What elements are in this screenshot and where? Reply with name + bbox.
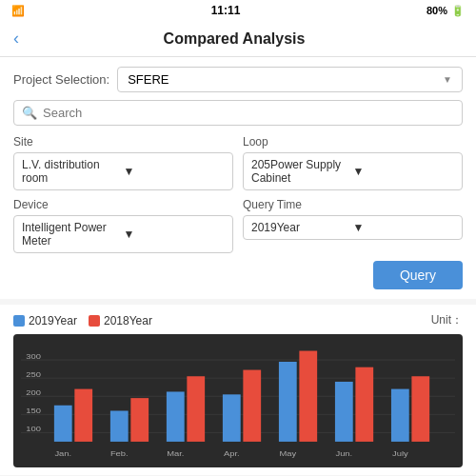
chevron-down-icon: ▼ — [124, 165, 226, 178]
query-button[interactable]: Query — [373, 261, 463, 289]
back-button[interactable]: ‹ — [13, 29, 19, 49]
site-value: L.V. distribution room — [22, 158, 124, 185]
querytime-select[interactable]: 2019Year ▼ — [243, 215, 463, 240]
project-select[interactable]: SFERE ▼ — [117, 67, 463, 92]
svg-text:200: 200 — [26, 390, 41, 397]
chevron-down-icon: ▼ — [353, 221, 455, 234]
svg-rect-23 — [299, 351, 317, 442]
device-label: Device — [13, 198, 233, 211]
querytime-label: Query Time — [243, 198, 463, 211]
project-value: SFERE — [128, 72, 169, 87]
legend-2018-dot — [89, 315, 100, 327]
svg-text:Jun.: Jun. — [335, 450, 352, 457]
device-value: Intelligent Power Meter — [22, 221, 124, 248]
chevron-down-icon: ▼ — [443, 74, 452, 85]
query-btn-row: Query — [13, 261, 463, 289]
device-field: Device Intelligent Power Meter ▼ — [13, 198, 233, 253]
chevron-down-icon: ▼ — [124, 228, 226, 241]
battery-label: 80% — [426, 5, 447, 16]
chart-svg: 300 250 200 150 100 Jan. Feb. Mar. — [21, 342, 455, 460]
site-select[interactable]: L.V. distribution room ▼ — [13, 152, 233, 190]
svg-rect-10 — [54, 406, 72, 442]
svg-rect-13 — [110, 410, 129, 441]
svg-rect-14 — [130, 398, 149, 442]
project-label: Project Selection: — [13, 72, 109, 87]
svg-text:300: 300 — [26, 353, 41, 360]
legend-row: 2019Year 2018Year Unit： — [13, 312, 463, 328]
svg-rect-16 — [167, 391, 185, 441]
legend-2019-dot — [13, 315, 25, 327]
loop-field: Loop 205Power Supply Cabinet ▼ — [243, 135, 463, 190]
site-field: Site L.V. distribution room ▼ — [13, 135, 233, 190]
legend-2019: 2019Year — [13, 314, 77, 327]
svg-text:Jan.: Jan. — [54, 450, 71, 457]
status-time: 11:11 — [211, 4, 241, 17]
device-querytime-row: Device Intelligent Power Meter ▼ Query T… — [13, 198, 463, 253]
battery-icon: 🔋 — [451, 5, 465, 17]
svg-rect-17 — [187, 376, 205, 442]
loop-select[interactable]: 205Power Supply Cabinet ▼ — [243, 152, 463, 190]
bar-chart: 300 250 200 150 100 Jan. Feb. Mar. — [13, 334, 463, 467]
signal-icon: 📶 — [11, 5, 25, 17]
status-bar: 📶 11:11 80% 🔋 — [0, 0, 476, 21]
svg-rect-20 — [243, 370, 261, 442]
svg-text:May: May — [279, 450, 297, 457]
legend-2018-label: 2018Year — [104, 314, 152, 327]
chevron-down-icon: ▼ — [353, 165, 455, 178]
svg-text:Apr.: Apr. — [224, 450, 240, 457]
chart-section: 2019Year 2018Year Unit： 300 250 200 150 — [0, 305, 476, 475]
svg-rect-28 — [391, 389, 409, 442]
svg-rect-11 — [74, 389, 92, 442]
querytime-field: Query Time 2019Year ▼ — [243, 198, 463, 253]
loop-value: 205Power Supply Cabinet — [251, 158, 353, 185]
page-title: Compared Analysis — [29, 30, 440, 48]
site-loop-row: Site L.V. distribution room ▼ Loop 205Po… — [13, 135, 463, 190]
unit-label: Unit： — [431, 312, 463, 328]
svg-text:100: 100 — [26, 426, 41, 433]
site-label: Site — [13, 135, 233, 149]
svg-text:150: 150 — [26, 408, 41, 415]
svg-rect-25 — [335, 382, 353, 442]
main-container: ‹ Compared Analysis Project Selection: S… — [0, 21, 476, 476]
loop-label: Loop — [243, 135, 463, 149]
svg-text:July: July — [392, 450, 409, 457]
querytime-value: 2019Year — [251, 221, 353, 234]
device-select[interactable]: Intelligent Power Meter ▼ — [13, 215, 233, 253]
legend-2019-label: 2019Year — [29, 314, 77, 327]
signal-area: 📶 — [11, 5, 25, 17]
svg-rect-22 — [279, 362, 297, 442]
svg-text:Feb.: Feb. — [110, 450, 129, 457]
search-box: 🔍 — [13, 100, 463, 126]
svg-rect-29 — [411, 376, 429, 442]
battery-area: 80% 🔋 — [426, 5, 465, 17]
svg-text:Mar.: Mar. — [167, 450, 184, 457]
svg-rect-26 — [355, 367, 373, 442]
svg-text:250: 250 — [26, 371, 41, 378]
app-header: ‹ Compared Analysis — [0, 21, 476, 57]
search-input[interactable] — [43, 106, 454, 120]
form-area: Project Selection: SFERE ▼ 🔍 Site L.V. d… — [0, 57, 476, 299]
legend-2018: 2018Year — [89, 314, 152, 327]
project-row: Project Selection: SFERE ▼ — [13, 67, 463, 92]
svg-rect-19 — [223, 394, 241, 442]
search-icon: 🔍 — [22, 106, 37, 120]
